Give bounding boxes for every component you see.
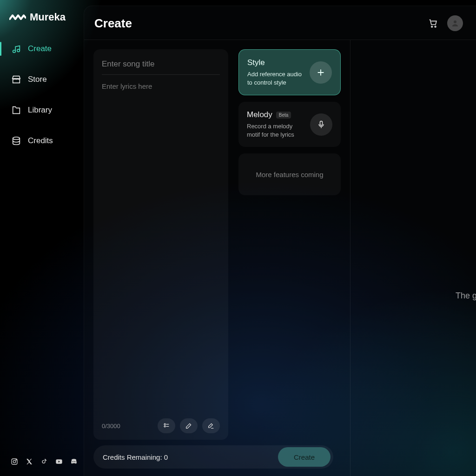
edit-icon bbox=[185, 422, 193, 430]
main-header: Create bbox=[84, 6, 476, 40]
store-icon bbox=[11, 74, 21, 85]
output-panel: The g bbox=[350, 40, 476, 476]
svg-point-5 bbox=[16, 460, 16, 460]
credits-remaining: Credits Remaining: 0 bbox=[103, 453, 168, 461]
discord-icon[interactable] bbox=[70, 457, 78, 466]
person-icon bbox=[451, 19, 459, 27]
x-twitter-icon[interactable] bbox=[25, 457, 33, 466]
sidebar-item-label: Create bbox=[28, 44, 52, 53]
svg-point-12 bbox=[164, 423, 165, 425]
melody-card[interactable]: Melody Beta Record a melody motif for th… bbox=[238, 102, 341, 147]
melody-card-title: Melody bbox=[247, 110, 272, 119]
library-icon bbox=[11, 105, 21, 115]
brand-name: Mureka bbox=[30, 11, 66, 23]
main-panel: Create 0/3000 bbox=[84, 6, 476, 476]
output-message: The g bbox=[456, 291, 476, 301]
style-add-button[interactable] bbox=[310, 61, 332, 84]
song-title-input[interactable] bbox=[102, 57, 220, 75]
plus-icon bbox=[316, 67, 326, 78]
sidebar-item-create[interactable]: Create bbox=[0, 40, 84, 58]
cart-icon bbox=[428, 18, 438, 28]
melody-record-button[interactable] bbox=[310, 113, 332, 136]
melody-card-desc: Record a melody motif for the lyrics bbox=[247, 122, 304, 139]
sidebar-item-label: Store bbox=[28, 75, 47, 84]
sidebar-item-store[interactable]: Store bbox=[0, 71, 84, 88]
page-title: Create bbox=[94, 16, 132, 31]
sidebar-item-library[interactable]: Library bbox=[0, 101, 84, 119]
sidebar: Mureka Create Store bbox=[0, 0, 84, 476]
more-features-card: More features coming bbox=[238, 153, 341, 195]
svg-point-4 bbox=[13, 460, 15, 463]
microphone-icon bbox=[317, 120, 326, 129]
style-card[interactable]: Style Add reference audio to control sty… bbox=[238, 49, 341, 95]
instagram-icon[interactable] bbox=[10, 457, 19, 466]
sidebar-nav: Create Store Library bbox=[0, 40, 84, 150]
brand-logo-icon bbox=[9, 13, 26, 22]
style-card-title: Style bbox=[247, 58, 303, 67]
svg-point-11 bbox=[454, 20, 456, 23]
beta-badge: Beta bbox=[276, 112, 291, 119]
tiktok-icon[interactable] bbox=[40, 457, 48, 466]
youtube-icon[interactable] bbox=[55, 457, 63, 466]
style-card-desc: Add reference audio to control style bbox=[247, 70, 303, 86]
lyrics-tool-2[interactable] bbox=[180, 418, 198, 433]
more-features-text: More features coming bbox=[256, 171, 323, 178]
svg-rect-14 bbox=[320, 121, 323, 125]
svg-point-9 bbox=[431, 26, 433, 27]
svg-point-10 bbox=[435, 26, 436, 27]
lyrics-tool-1[interactable] bbox=[158, 418, 175, 433]
bottom-bar: Credits Remaining: 0 Create bbox=[93, 445, 333, 469]
create-button[interactable]: Create bbox=[278, 447, 331, 467]
cart-button[interactable] bbox=[428, 18, 439, 29]
svg-point-8 bbox=[74, 461, 75, 462]
lyrics-tool-3[interactable] bbox=[202, 418, 220, 433]
sidebar-item-label: Library bbox=[28, 106, 52, 115]
sliders-icon bbox=[162, 422, 171, 430]
music-icon bbox=[11, 44, 21, 54]
lyrics-textarea[interactable] bbox=[102, 75, 220, 415]
user-avatar[interactable] bbox=[447, 15, 463, 31]
brand-logo[interactable]: Mureka bbox=[0, 11, 84, 40]
svg-point-7 bbox=[73, 461, 73, 462]
svg-point-2 bbox=[13, 137, 20, 140]
lyrics-card: 0/3000 bbox=[93, 49, 228, 440]
social-links bbox=[0, 457, 84, 476]
char-count: 0/3000 bbox=[102, 423, 120, 430]
sidebar-item-credits[interactable]: Credits bbox=[0, 132, 84, 150]
edit-lines-icon bbox=[207, 422, 215, 430]
sidebar-item-label: Credits bbox=[28, 136, 53, 145]
credits-icon bbox=[11, 136, 21, 146]
svg-point-13 bbox=[164, 426, 165, 427]
